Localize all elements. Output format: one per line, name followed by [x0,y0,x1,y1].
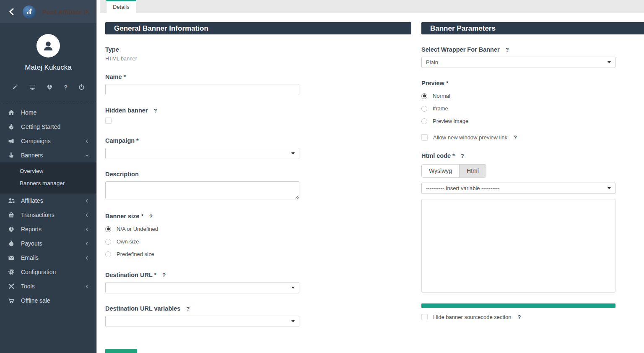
sidebar-item-affiliates[interactable]: Affiliates [0,193,96,208]
users-icon [7,197,16,204]
sidebar-item-configuration[interactable]: Configuration [0,265,96,279]
hide-sourcecode-label: Hide banner sourcecode section [433,314,511,320]
tab-details[interactable]: Details [106,0,136,13]
banner-size-option-na[interactable]: N/A or Undefined [105,226,299,232]
sidebar: Post Affiliate Pro Matej Kukucka ? [0,0,97,353]
preview-option-iframe[interactable]: Iframe [421,105,615,112]
radio-icon [105,251,111,257]
radio-label: Iframe [433,105,448,112]
sidebar-subitem-banners-manager[interactable]: Banners manager [0,177,96,189]
sidebar-item-label: Reports [21,226,42,233]
help-icon[interactable]: ? [149,213,153,220]
destination-url-select[interactable] [105,282,299,293]
sidebar-item-campaigns[interactable]: Campaigns [0,134,96,148]
envelope-icon [7,254,16,261]
allow-new-window-label: Allow new window preview link [433,134,507,141]
radio-icon [421,118,427,124]
back-button[interactable] [8,8,16,16]
hide-sourcecode-checkbox[interactable] [421,314,428,320]
power-icon[interactable] [78,84,85,91]
destination-url-variables-select[interactable] [105,316,299,327]
help-icon[interactable]: ? [64,84,68,91]
create-button[interactable]: Create [105,349,137,353]
sidebar-item-label: Payouts [21,240,42,247]
chevron-left-icon [85,227,89,232]
wrapper-label: Select Wrapper For Banner [421,46,500,53]
help-icon[interactable]: ? [506,47,509,53]
sidebar-item-emails[interactable]: Emails [0,251,96,265]
sidebar-item-transactions[interactable]: Transactions [0,208,96,222]
tab-html[interactable]: Html [459,165,486,177]
brand-name: Post Affiliate Pro [42,8,89,16]
wrapper-select[interactable]: Plain [421,57,615,68]
heartbeat-icon[interactable] [46,84,53,91]
general-banner-panel: General Banner Information Type HTML ban… [105,22,411,353]
radio-label: N/A or Undefined [117,226,158,232]
html-code-field: Html code * ? Wysiwyg Html ---------- In… [421,152,615,294]
preview-option-preview-image[interactable]: Preview image [421,118,615,124]
radio-icon [421,106,427,112]
insert-variable-value: ---------- Insert variable ---------- [426,185,608,191]
help-icon[interactable]: ? [186,306,190,312]
banner-size-option-predefined[interactable]: Predefined size [105,251,299,257]
home-icon [7,109,16,116]
sidebar-subitem-overview[interactable]: Overview [0,165,96,177]
wrapper-select-value: Plain [426,59,608,65]
profile-action-icons: ? [0,84,96,91]
person-icon [42,39,55,52]
allow-new-window-row[interactable]: Allow new window preview link ? [421,134,615,141]
insert-variable-select[interactable]: ---------- Insert variable ---------- [421,183,615,194]
submenu-item-label: Banners manager [20,180,65,186]
help-icon[interactable]: ? [461,153,464,159]
sidebar-item-label: Configuration [21,269,56,275]
user-name: Matej Kukucka [0,63,96,72]
banners-submenu: Overview Banners manager [0,162,96,193]
chevron-left-icon [85,213,89,217]
sidebar-item-label: Offline sale [21,297,50,304]
sidebar-item-label: Tools [21,283,35,290]
avatar[interactable] [36,34,60,58]
type-label: Type [105,46,299,53]
help-icon[interactable]: ? [162,272,166,278]
preview-option-normal[interactable]: Normal [421,93,615,99]
radio-label: Predefined size [117,251,154,257]
help-icon[interactable]: ? [517,314,521,320]
sidebar-item-tools[interactable]: Tools [0,279,96,293]
description-textarea[interactable] [105,181,299,199]
screen-icon[interactable] [29,84,36,91]
destination-url-variables-field: Destination URL variables ? [105,305,299,327]
tab-wysiwyg[interactable]: Wysiwyg [422,165,459,177]
banner-size-option-own[interactable]: Own size [105,238,299,245]
hide-sourcecode-row[interactable]: Hide banner sourcecode section ? [421,314,615,320]
megaphone-icon [7,138,16,144]
sidebar-item-reports[interactable]: Reports [0,222,96,236]
destination-url-field: Destination URL * ? [105,272,299,293]
help-icon[interactable]: ? [514,134,517,141]
hidden-banner-checkbox[interactable] [105,118,112,124]
tools-icon [7,283,16,290]
destination-url-variables-label: Destination URL variables [105,305,180,312]
caret-down-icon [608,187,611,189]
sidebar-item-getting-started[interactable]: Getting Started [0,120,96,134]
name-input[interactable] [105,84,299,95]
sidebar-item-banners[interactable]: Banners [0,148,96,162]
campaign-select[interactable] [105,148,299,159]
preview-field: Preview * Normal Iframe Preview image [421,80,615,124]
app-logo-icon [23,5,36,18]
edit-profile-icon[interactable] [11,84,18,91]
submenu-item-label: Overview [20,168,43,174]
sidebar-item-label: Home [21,109,36,116]
radio-label: Preview image [433,118,468,124]
html-code-textarea[interactable] [421,199,615,293]
allow-new-window-checkbox[interactable] [421,134,428,141]
sidebar-item-payouts[interactable]: Payouts [0,236,96,251]
sidebar-item-home[interactable]: Home [0,105,96,120]
help-icon[interactable]: ? [154,107,157,114]
chevron-left-icon [85,284,89,289]
sidebar-item-offline-sale[interactable]: Offline sale [0,293,96,308]
campaign-label: Campaign * [105,137,299,144]
caret-down-icon [291,152,295,154]
preview-label: Preview * [421,80,615,86]
chevron-left-icon [85,256,89,260]
stopwatch-icon [7,123,16,130]
